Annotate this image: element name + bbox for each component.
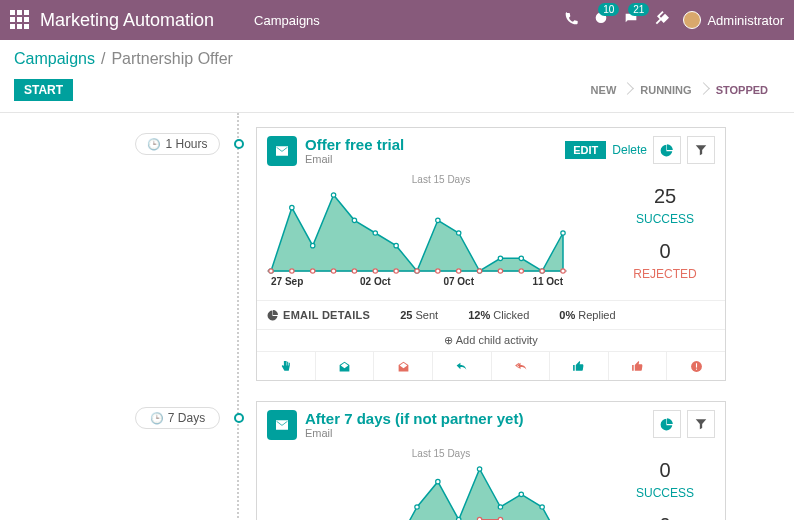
- activity-row: 1 HoursOffer free trialEmailEDITDeleteLa…: [60, 127, 734, 381]
- svg-text:11 Oct: 11 Oct: [532, 276, 563, 287]
- statusbar: START NEW RUNNING STOPPED: [0, 72, 794, 113]
- activity-title[interactable]: Offer free trial: [305, 136, 404, 153]
- svg-point-19: [331, 269, 335, 273]
- success-label: SUCCESS: [636, 212, 694, 226]
- svg-point-3: [311, 243, 315, 247]
- discuss-icon[interactable]: 21: [623, 11, 639, 30]
- svg-point-28: [519, 269, 523, 273]
- child-action-notopen[interactable]: [374, 352, 433, 380]
- clock-icon: [150, 411, 164, 425]
- tools-icon[interactable]: [653, 11, 669, 30]
- filter-icon[interactable]: [687, 410, 715, 438]
- status-stages: NEW RUNNING STOPPED: [579, 78, 780, 102]
- email-details-row[interactable]: EMAIL DETAILS25 Sent12% Clicked0% Replie…: [257, 300, 725, 329]
- chart-caption: Last 15 Days: [267, 448, 615, 459]
- discuss-badge: 21: [628, 3, 649, 16]
- delete-link[interactable]: Delete: [612, 143, 647, 157]
- activities-badge: 10: [598, 3, 619, 16]
- svg-point-46: [477, 467, 481, 471]
- email-icon: [267, 136, 297, 166]
- svg-point-43: [415, 505, 419, 509]
- breadcrumb-sep: /: [101, 50, 105, 68]
- child-action-click[interactable]: [550, 352, 609, 380]
- graph-view-icon[interactable]: [653, 410, 681, 438]
- email-icon: [267, 410, 297, 440]
- stage-running[interactable]: RUNNING: [628, 78, 703, 102]
- chart-caption: Last 15 Days: [267, 174, 615, 185]
- activity-title[interactable]: After 7 days (if not partner yet): [305, 410, 523, 427]
- timeline-axis: [237, 113, 239, 520]
- svg-point-17: [290, 269, 294, 273]
- svg-point-30: [561, 269, 565, 273]
- activity-row: 7 DaysAfter 7 days (if not partner yet)E…: [60, 401, 734, 520]
- rejected-label: REJECTED: [633, 267, 696, 281]
- menu-campaigns[interactable]: Campaigns: [254, 13, 320, 28]
- success-label: SUCCESS: [636, 486, 694, 500]
- svg-point-21: [373, 269, 377, 273]
- stage-stopped[interactable]: STOPPED: [704, 78, 780, 102]
- timeline-dot: [234, 139, 244, 149]
- start-button[interactable]: START: [14, 79, 73, 101]
- svg-point-29: [540, 269, 544, 273]
- svg-point-49: [540, 505, 544, 509]
- app-title: Marketing Automation: [40, 10, 214, 31]
- rejected-count: 0: [659, 514, 670, 520]
- activity-channel: Email: [305, 153, 404, 165]
- svg-point-44: [436, 479, 440, 483]
- svg-point-9: [436, 218, 440, 222]
- child-action-activity[interactable]: [257, 352, 316, 380]
- success-count: 25: [654, 185, 676, 208]
- activity-chart: 27 Sep02 Oct07 Oct11 Oct: [267, 185, 567, 289]
- child-action-notclick[interactable]: [609, 352, 668, 380]
- rejected-count: 0: [659, 240, 670, 263]
- svg-point-20: [352, 269, 356, 273]
- filter-icon[interactable]: [687, 136, 715, 164]
- svg-point-2: [290, 205, 294, 209]
- svg-point-47: [498, 505, 502, 509]
- breadcrumb: Campaigns / Partnership Offer: [0, 40, 794, 72]
- success-count: 0: [659, 459, 670, 482]
- child-action-open[interactable]: [316, 352, 375, 380]
- svg-point-7: [394, 243, 398, 247]
- svg-text:27 Sep: 27 Sep: [271, 276, 303, 287]
- svg-point-4: [331, 193, 335, 197]
- timeline: 1 HoursOffer free trialEmailEDITDeleteLa…: [0, 113, 794, 520]
- stage-new[interactable]: NEW: [579, 78, 629, 102]
- username: Administrator: [707, 13, 784, 28]
- svg-point-22: [394, 269, 398, 273]
- activity-channel: Email: [305, 427, 523, 439]
- svg-point-12: [498, 256, 502, 260]
- svg-point-10: [457, 231, 461, 235]
- svg-point-48: [519, 492, 523, 496]
- child-action-bounce[interactable]: [667, 352, 725, 380]
- topbar: Marketing Automation Campaigns 10 21 Adm…: [0, 0, 794, 40]
- activity-card: Offer free trialEmailEDITDeleteLast 15 D…: [256, 127, 726, 381]
- child-action-notreply[interactable]: [492, 352, 551, 380]
- graph-view-icon[interactable]: [653, 136, 681, 164]
- svg-point-16: [269, 269, 273, 273]
- user-menu[interactable]: Administrator: [683, 11, 784, 29]
- activities-icon[interactable]: 10: [593, 11, 609, 30]
- svg-point-24: [436, 269, 440, 273]
- add-child-activity[interactable]: Add child activity: [257, 329, 725, 351]
- breadcrumb-campaigns[interactable]: Campaigns: [14, 50, 95, 68]
- activity-card: After 7 days (if not partner yet)EmailLa…: [256, 401, 726, 520]
- svg-point-27: [498, 269, 502, 273]
- svg-point-5: [352, 218, 356, 222]
- phone-icon[interactable]: [563, 11, 579, 30]
- clock-icon: [147, 137, 161, 151]
- svg-point-6: [373, 231, 377, 235]
- svg-point-25: [457, 269, 461, 273]
- breadcrumb-current: Partnership Offer: [111, 50, 233, 68]
- svg-point-18: [311, 269, 315, 273]
- delay-pill[interactable]: 1 Hours: [135, 133, 220, 155]
- apps-switcher-icon[interactable]: [10, 10, 30, 30]
- edit-button[interactable]: EDIT: [565, 141, 606, 159]
- child-action-reply[interactable]: [433, 352, 492, 380]
- activity-chart: 28 Sep03 Oct08 Oct12 Oct: [267, 459, 567, 520]
- avatar: [683, 11, 701, 29]
- svg-text:02 Oct: 02 Oct: [360, 276, 391, 287]
- delay-pill[interactable]: 7 Days: [135, 407, 220, 429]
- svg-point-23: [415, 269, 419, 273]
- svg-point-15: [561, 231, 565, 235]
